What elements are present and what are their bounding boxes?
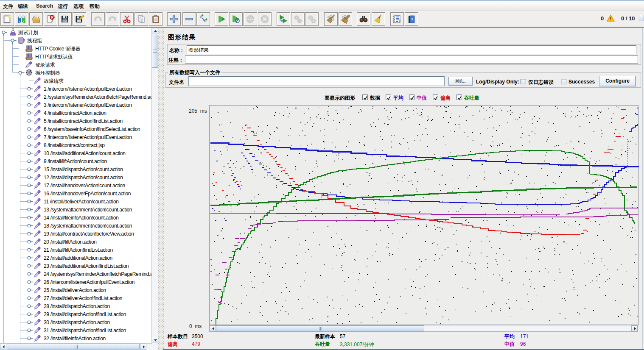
svg-text:S: S [296,17,297,19]
svg-text:STOP: STOP [247,18,254,21]
svg-text:?: ? [411,17,414,22]
